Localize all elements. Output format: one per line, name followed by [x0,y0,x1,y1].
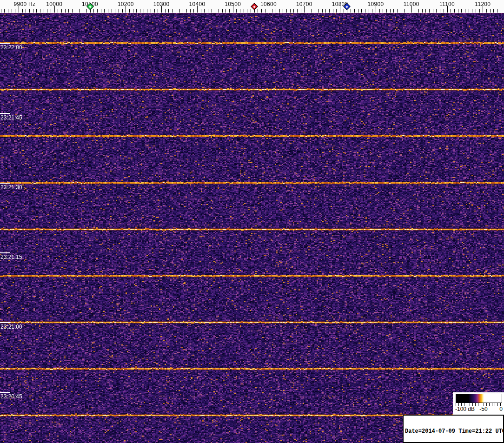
station-info-box: Date=2014-07-09 Time=21:22 UTC Freq=143 … [403,415,504,443]
db-min-label: -100 dB [455,406,475,412]
blue-marker-center [346,5,349,8]
freq-tick-label: 10000 [46,1,62,7]
freq-tick-label: 10600 [260,1,277,7]
green-marker-center [89,5,92,8]
freq-tick-label: 10500 [225,1,241,7]
time-tick-label: 23:21:15 [0,254,22,260]
time-tick-label: 23:21:00 [0,324,22,330]
freq-tick-label: 9900 Hz [14,1,36,7]
amplitude-labels: -100 dB -50 0 [453,406,504,413]
spectrum-waterfall-window: 9900 Hz100001010010200103001040010500106… [0,0,504,443]
freq-tick-label: 10900 [367,1,384,7]
freq-tick-label: 10400 [189,1,205,7]
freq-tick-label: 10300 [153,1,170,7]
info-date-time: Date=2014-07-09 Time=21:22 UTC [405,429,502,435]
time-tick-label: 23:21:30 [0,184,22,191]
freq-tick-label: 10200 [118,1,134,7]
freq-tick-label: 10700 [296,1,312,7]
time-tick-label: 23:21:45 [0,114,22,121]
color-scale-legend: -100 dB -50 0 [453,392,504,415]
spectrogram-canvas[interactable] [0,0,504,443]
db-max-label: 0 [499,406,503,412]
frequency-ruler[interactable]: 9900 Hz100001010010200103001040010500106… [0,0,504,13]
freq-tick-label: 11100 [439,1,455,7]
db-mid-label: -50 [479,406,487,412]
amplitude-gradient-bar [456,394,502,403]
freq-tick-label: 11200 [475,1,491,7]
time-tick-label: 23:22:00 [0,44,22,51]
red-frequency-marker[interactable] [251,3,258,10]
time-tick-label: 23:20:45 [0,393,22,400]
red-marker-center [253,5,256,8]
freq-tick-label: 11000 [404,1,419,7]
